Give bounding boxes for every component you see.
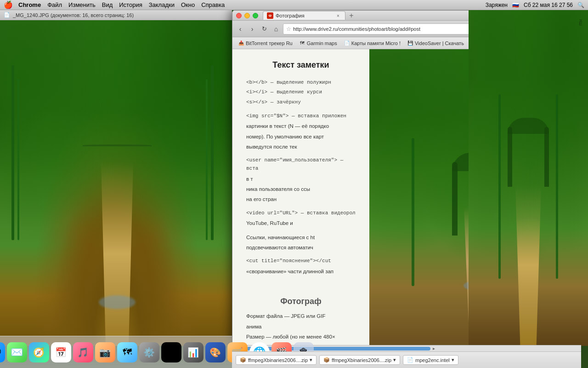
download-arrow-2[interactable]: ▾: [452, 357, 454, 363]
tab-close-button[interactable]: ×: [335, 12, 341, 19]
battery-status: Заряжен: [486, 2, 508, 8]
bookmark-icon-0: 📥: [238, 40, 244, 46]
reload-button[interactable]: ↻: [259, 24, 269, 34]
menubar-chrome[interactable]: Chrome: [18, 1, 41, 8]
bookmark-videosaver[interactable]: 💾 VideoSaver | Скачать: [404, 39, 467, 47]
section-divider: [246, 281, 356, 290]
cut-help-block: <cut title="пояснение"></cut «сворачиван…: [246, 257, 356, 276]
photo-anim: анима: [246, 322, 356, 331]
download-name-2: mpeg2enc.intel: [415, 357, 450, 363]
img-help-2: картинки в текст (N — её порядко: [246, 122, 356, 130]
url-text: http://www.drive2.ru/communities/photoar…: [293, 26, 420, 32]
download-icon-1: 📦: [323, 357, 330, 363]
bookmark-label-2: Карты памяти Micro !: [351, 40, 401, 46]
bookmark-icon-2: 📄: [344, 40, 350, 46]
menubar: 🍎 Chrome Файл Изменить Вид История Закла…: [0, 0, 588, 10]
links-help-2: подсвечиваются автоматич: [246, 243, 356, 252]
section1-title: Текст заметки: [246, 58, 356, 72]
bookmark-label-3: VideoSaver | Скачать: [415, 40, 464, 46]
download-arrow-0[interactable]: ▾: [310, 357, 312, 363]
right-side-panel: нш: [469, 10, 588, 346]
user-help-2: в т: [246, 175, 356, 183]
dock-photoshop[interactable]: 🎨: [205, 342, 226, 362]
fence-rp-2: [556, 94, 558, 279]
download-name-1: ffmpegXbinaries2006....zip: [332, 357, 391, 363]
italic-help: <i></i> — выделение курси: [246, 88, 356, 97]
dock-safari[interactable]: 🧭: [29, 342, 49, 362]
dock-messages[interactable]: ✉️: [7, 342, 27, 362]
menubar-bookmarks[interactable]: Закладки: [149, 1, 175, 8]
page-main-content: Текст заметки <b></b> — выделение полужи…: [232, 49, 369, 345]
download-arrow-1[interactable]: ▾: [393, 357, 396, 363]
user-help-1: <user name="имя_пользователя"> — вста: [246, 156, 356, 172]
tab-favicon: Ф: [267, 12, 273, 19]
menubar-edit[interactable]: Изменить: [68, 1, 96, 8]
bold-help: <b></b> — выделение полужирн: [246, 79, 356, 87]
menubar-file[interactable]: Файл: [47, 1, 62, 8]
menubar-help[interactable]: Справка: [201, 1, 225, 8]
apple-menu[interactable]: 🍎: [4, 0, 13, 9]
menubar-window[interactable]: Окно: [181, 1, 195, 8]
browser-tab[interactable]: Ф Фотография ×: [263, 11, 345, 20]
img-help-1: <img src="$N"> — вставка приложен: [246, 112, 356, 121]
fence-bar-4: [206, 79, 208, 240]
video-help-block: <video url="URL"> — вставка видеорол You…: [246, 209, 356, 228]
dock-system-prefs[interactable]: ⚙️: [139, 342, 159, 362]
background-photo-left: [0, 10, 234, 346]
menubar-view[interactable]: Вид: [102, 1, 113, 8]
formatting-help-block: <b></b> — выделение полужирн <i></i> — в…: [246, 79, 356, 107]
video-help-1: <video url="URL"> — вставка видеорол: [246, 209, 356, 218]
photo-help-block: Формат файла — JPEG или GIF анима Размер…: [246, 312, 356, 345]
download-item-1[interactable]: 📦 ffmpegXbinaries2006....zip ▾: [319, 355, 400, 365]
dock-terminal[interactable]: 🖥: [161, 342, 181, 362]
new-tab-button[interactable]: +: [347, 12, 356, 20]
dock-music[interactable]: 🎵: [73, 342, 93, 362]
menubar-status-area: Заряжен 🇷🇺 Сб 22 мая 16 27 56 🔍: [486, 2, 584, 8]
dock-photos[interactable]: 📷: [95, 342, 115, 362]
star-icon: ☆: [286, 26, 291, 32]
download-item-0[interactable]: 📦 ffmpegXbinaries2006....zip ▾: [236, 355, 317, 365]
user-help-4: на его стран: [246, 195, 356, 203]
img-help-4: выведутся после тек: [246, 143, 356, 151]
tab-title: Фотография: [276, 13, 305, 18]
links-help-block: Ссылки, начинающиеся с ht подсвечиваются…: [246, 233, 356, 252]
bookmark-label-1: Garmin maps: [307, 40, 337, 46]
scroll-right-arrow[interactable]: ▸: [430, 345, 437, 352]
download-item-2[interactable]: 📄 mpeg2enc.intel ▾: [403, 355, 458, 365]
minimize-button[interactable]: [244, 13, 250, 18]
forward-button[interactable]: ›: [247, 24, 257, 34]
search-icon[interactable]: 🔍: [577, 2, 584, 8]
datetime: Сб 22 мая 16 27 56: [524, 2, 573, 8]
img-help-3: номер). По умолчанию все карт: [246, 132, 356, 141]
fence-bar-1: [11, 65, 14, 240]
bookmark-micro[interactable]: 📄 Карты памяти Micro !: [341, 39, 403, 47]
fence-bar-2: [17, 79, 19, 240]
fence-rp-1: [498, 94, 501, 279]
flag-icon: 🇷🇺: [512, 2, 519, 8]
mac-dock: 🔍 🚀 👤 💬 ✉️ 🧭 📅 🎵 📷 🗺 ⚙️ 🖥 📊 🎨 🛒 🌐 🎬 🗑: [0, 336, 232, 368]
photo-size-1: Размер — любой (но не менее 480×: [246, 333, 356, 341]
bookmark-garmin[interactable]: 🗺 Garmin maps: [296, 39, 340, 47]
bookmark-bittorrent[interactable]: 📥 BitTorrent трекер Ru: [235, 39, 295, 47]
close-button[interactable]: [236, 13, 242, 18]
download-name-0: ffmpegXbinaries2006....zip: [248, 357, 308, 363]
fence-bar-3: [211, 65, 214, 240]
back-button[interactable]: ‹: [235, 24, 245, 34]
video-help-2: YouTube, RuTube и: [246, 219, 356, 227]
menubar-history[interactable]: История: [119, 1, 142, 8]
dock-calendar[interactable]: 📅: [51, 342, 71, 362]
home-button[interactable]: ⌂: [271, 24, 281, 34]
file-icon: 📄: [4, 12, 10, 18]
dock-lightroom[interactable]: 📊: [183, 342, 204, 362]
download-bar: 📦 ffmpegXbinaries2006....zip ▾ 📦 ffmpegX…: [232, 351, 581, 368]
cut-help-1: <cut title="пояснение"></cut: [246, 257, 356, 265]
maximize-button[interactable]: [253, 13, 258, 18]
fence-right-1: [412, 138, 414, 286]
traffic-lights: [236, 13, 258, 18]
dock-skype[interactable]: 💬: [0, 342, 5, 362]
bookmark-icon-1: 🗺: [299, 40, 305, 46]
water-puddle: [99, 295, 136, 309]
desktop: 📄 _MG_1240.JPG (документов: 16, всего ст…: [0, 10, 588, 368]
download-icon-2: 📄: [407, 357, 413, 363]
dock-maps[interactable]: 🗺: [117, 342, 137, 362]
